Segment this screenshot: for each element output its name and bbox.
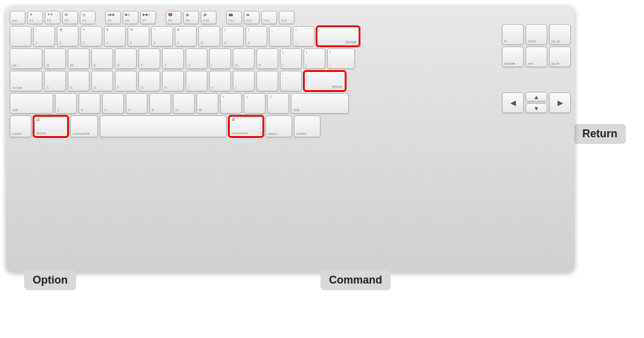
key-command[interactable]: ⌘ command [229,115,264,137]
key-y[interactable]: Y [162,48,184,69]
qwerty-row: tab Q W E R T Y U I O P {[ }] |\ [10,48,571,69]
key-option-right[interactable]: option [265,115,292,137]
key-a[interactable]: A [44,71,66,91]
key-i[interactable]: I [209,48,231,69]
key-f4[interactable]: ◎F4 [80,11,96,24]
key-7[interactable]: &7 [175,26,197,47]
key-u[interactable]: U [186,48,207,69]
key-page-up[interactable]: pg up [549,24,571,45]
key-f3[interactable]: ⊞F3 [62,11,78,24]
key-shift-right[interactable]: shift [291,93,349,114]
key-8[interactable]: *8 [198,26,220,47]
key-return[interactable]: return [304,71,346,91]
nav-block: fn home pg up delete▸ end pg dn ◀ ▲ ▼ ▶ [502,24,571,113]
key-f1[interactable]: ✦F1 [27,11,43,24]
key-x[interactable]: X [79,93,100,114]
key-period[interactable]: >. [244,93,265,114]
return-label: Return [574,124,626,144]
key-f10[interactable]: 🔊F10 [201,11,216,24]
asdf-row: os lock A S D F G H J K L :; "' return [10,71,571,91]
key-s[interactable]: S [68,71,89,91]
key-j[interactable]: J [186,71,207,91]
key-backslash[interactable]: |\ [327,48,355,69]
key-tab[interactable]: tab [10,48,42,69]
key-d[interactable]: D [91,71,113,91]
key-r[interactable]: R [115,48,137,69]
key-delete-nav[interactable]: delete▸ [502,47,524,67]
key-f7[interactable]: ▶▶|F7 [140,11,156,24]
key-comma[interactable]: <, [220,93,242,114]
key-b[interactable]: B [149,93,171,114]
key-control-right[interactable]: control [294,115,320,137]
command-label: Command [320,270,391,290]
key-w[interactable]: W [68,48,89,69]
option-label: Option [24,270,76,290]
key-arrow-right[interactable]: ▶ [549,93,571,113]
key-p[interactable]: P [256,48,278,69]
key-3[interactable]: #3 [80,26,102,47]
key-minus[interactable]: _- [269,26,291,47]
key-f5[interactable]: |◀◀F5 [105,11,121,24]
key-equals[interactable]: += [293,26,314,47]
key-2[interactable]: @2 [57,26,79,47]
key-v[interactable]: V [126,93,148,114]
key-delete[interactable]: delete [316,26,360,47]
key-arrow-down[interactable]: ▼ [525,103,547,113]
key-lbracket[interactable]: {[ [280,48,302,69]
key-f12[interactable]: ⏏F12 [244,11,259,24]
key-t[interactable]: T [138,48,160,69]
key-home[interactable]: home [525,24,547,45]
key-arrow-left[interactable]: ◀ [502,93,524,113]
key-q[interactable]: Q [44,48,66,69]
number-row: ~` !1 @2 #3 $4 %5 ^6 &7 *8 (9 )0 _- += d… [10,26,571,47]
key-l[interactable]: L [233,71,255,91]
keyboard: esc ✦F1 ✦✦F2 ⊞F3 ◎F4 |◀◀F5 ▶||F6 ▶▶|F7 🔇… [6,6,574,272]
key-f8[interactable]: 🔇F8 [166,11,181,24]
key-k[interactable]: K [209,71,231,91]
key-o[interactable]: O [233,48,255,69]
key-c[interactable]: C [102,93,124,114]
key-f14[interactable]: F14 [279,11,294,24]
key-slash[interactable]: ?/ [267,93,289,114]
key-9[interactable]: (9 [222,26,244,47]
key-f9[interactable]: 🔉F9 [183,11,199,24]
key-backtick[interactable]: ~` [10,26,31,47]
key-z[interactable]: Z [55,93,77,114]
key-e[interactable]: E [91,48,113,69]
key-m[interactable]: M [197,93,218,114]
key-option[interactable]: alt option [33,115,68,137]
key-1[interactable]: !1 [33,26,55,47]
key-f11[interactable]: 📺F11 [226,11,242,24]
key-space[interactable] [100,115,227,137]
key-g[interactable]: G [138,71,160,91]
key-shift-left[interactable]: shift [10,93,53,114]
key-capslock[interactable]: os lock [10,71,42,91]
key-h[interactable]: H [162,71,184,91]
key-f13[interactable]: F13 [261,11,277,24]
key-f6[interactable]: ▶||F6 [123,11,138,24]
fn-row: esc ✦F1 ✦✦F2 ⊞F3 ◎F4 |◀◀F5 ▶||F6 ▶▶|F7 🔇… [10,11,571,24]
zxcv-row: shift Z X C V B N M <, >. ?/ shift [10,93,571,114]
key-fn-nav[interactable]: fn [502,24,524,45]
key-f2[interactable]: ✦✦F2 [45,11,60,24]
key-quote[interactable]: "' [280,71,302,91]
key-f[interactable]: F [115,71,137,91]
key-esc[interactable]: esc [10,11,25,24]
key-0[interactable]: )0 [246,26,267,47]
key-rbracket[interactable]: }] [304,48,325,69]
keyboard-container: Delete Return esc ✦F1 ✦✦F2 ⊞F3 ◎F4 |◀◀F5… [6,6,574,290]
key-page-down[interactable]: pg dn [549,47,571,67]
key-4[interactable]: $4 [104,26,126,47]
key-n[interactable]: N [173,93,195,114]
key-end[interactable]: end [525,47,547,67]
key-fn-bottom[interactable]: control [10,115,31,137]
key-6[interactable]: ^6 [151,26,173,47]
bottom-row: control alt option command ⌘ ⌘ command o… [10,115,571,137]
key-semicolon[interactable]: :; [256,71,278,91]
key-5[interactable]: %5 [128,26,149,47]
key-arrow-up[interactable]: ▲ [525,92,547,102]
key-command-left-meta[interactable]: command ⌘ [70,115,98,137]
